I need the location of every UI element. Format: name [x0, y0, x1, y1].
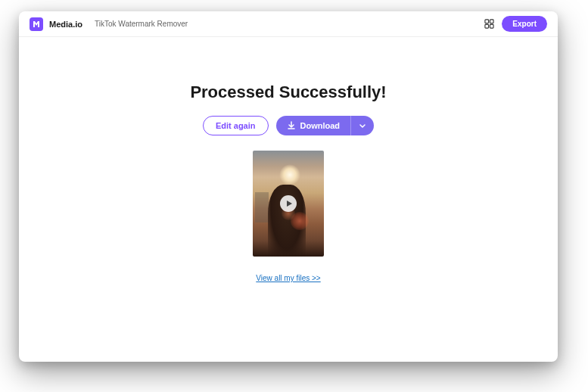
logo-icon — [30, 17, 43, 31]
play-icon — [287, 201, 292, 207]
main-content: Processed Successfully! Edit again Downl… — [19, 37, 558, 299]
svg-rect-0 — [485, 20, 489, 23]
header-left: Media.io TikTok Watermark Remover — [30, 17, 188, 31]
download-icon — [287, 121, 296, 130]
brand-name: Media.io — [49, 20, 82, 29]
video-thumbnail[interactable] — [253, 151, 324, 257]
export-button[interactable]: Export — [502, 16, 547, 32]
download-button-group: Download — [276, 116, 375, 135]
header-right: Export — [484, 16, 547, 32]
svg-rect-2 — [485, 24, 489, 28]
app-window: Media.io TikTok Watermark Remover Export… — [19, 11, 558, 362]
action-buttons: Edit again Download — [34, 116, 543, 135]
play-button[interactable] — [280, 195, 297, 212]
apps-grid-icon[interactable] — [484, 19, 494, 30]
download-button[interactable]: Download — [276, 116, 351, 135]
chevron-down-icon — [359, 122, 366, 129]
svg-rect-1 — [490, 20, 493, 23]
download-dropdown-button[interactable] — [350, 116, 374, 135]
edit-again-button[interactable]: Edit again — [203, 116, 269, 135]
header: Media.io TikTok Watermark Remover Export — [19, 11, 558, 37]
svg-rect-3 — [490, 24, 493, 28]
download-label: Download — [300, 121, 341, 130]
tool-name: TikTok Watermark Remover — [95, 20, 188, 28]
page-title: Processed Successfully! — [34, 82, 543, 102]
view-all-files-link[interactable]: View all my files >> — [256, 274, 320, 282]
